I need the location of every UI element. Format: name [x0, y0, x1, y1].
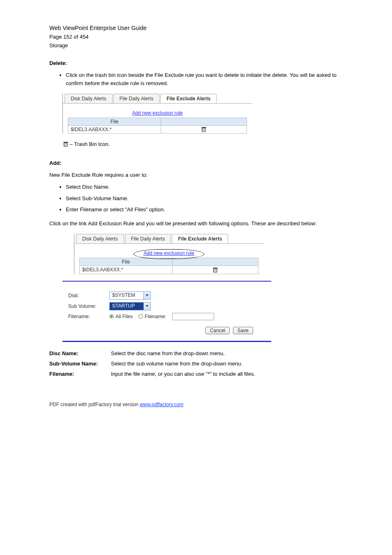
figure-exclude-tab: Disk Daily Alerts File Daily Alerts File… [62, 94, 351, 134]
opt-filename-label: Filename: [49, 371, 111, 377]
opt-disc-name-desc: Select the disc name from the drop-down … [111, 350, 225, 356]
add-step-3: Enter Filename or select "All Files" opt… [66, 206, 351, 214]
delete-heading: Delete: [49, 60, 351, 66]
table-header-file: File [68, 118, 161, 126]
pdf-factory-link[interactable]: www.pdffactory.com [140, 402, 183, 407]
trash-icon[interactable] [201, 127, 206, 132]
filename-input[interactable] [172, 313, 214, 320]
opt-disc-name-label: Disc Name: [49, 350, 111, 356]
cancel-button[interactable]: Cancel [205, 327, 230, 334]
radio-filename[interactable]: Filename: [138, 314, 166, 319]
subvolume-select[interactable]: STARTUP [109, 302, 151, 310]
filename-label: Filename: [68, 314, 109, 319]
save-button[interactable]: Save [233, 327, 253, 334]
exclude-rule-value: $IDEL3.AABXXX.* [80, 266, 173, 274]
exclude-rule-value: $IDEL3.AABXXX.* [68, 126, 161, 134]
doc-title: Web ViewPoint Enterprise User Guide [49, 25, 351, 31]
link-add-exclusion-rule[interactable]: Add new exclusion rule [132, 110, 182, 116]
page-number: Page 152 of 454 [49, 34, 351, 40]
trash-icon[interactable] [213, 268, 218, 273]
add-click-link: Click on the link Add Exclusion Rule and… [49, 220, 351, 228]
add-intro: New File Exclude Rule requires a user to… [49, 171, 351, 179]
link-add-exclusion-rule[interactable]: Add new exclusion rule [143, 250, 194, 256]
chevron-down-icon [143, 292, 150, 299]
add-heading: Add: [49, 160, 351, 166]
add-rule-dialog: Disk: $SYSTEM Sub Volume: STARTUP Filena… [62, 281, 271, 342]
tab-file-daily-alerts[interactable]: File Daily Alerts [125, 234, 171, 243]
figure-exclude-tab-2: Disk Daily Alerts File Daily Alerts File… [74, 234, 351, 274]
tab-file-exclude-alerts[interactable]: File Exclude Alerts [160, 94, 217, 103]
table-header-file: File [80, 258, 173, 266]
add-step-1: Select Disc Name. [66, 183, 351, 191]
pdf-factory-note: PDF created with pdfFactory trial versio… [49, 402, 183, 407]
delete-step: Click on the trash bin icon beside the F… [66, 71, 351, 87]
chevron-down-icon [143, 303, 150, 310]
tab-file-exclude-alerts[interactable]: File Exclude Alerts [172, 234, 228, 243]
tab-disk-daily-alerts[interactable]: Disk Daily Alerts [65, 94, 113, 103]
trash-bin-reference: – Trash Bin Icon. [63, 140, 351, 148]
add-step-2: Select Sub-Volume Name. [66, 194, 351, 203]
tab-disk-daily-alerts[interactable]: Disk Daily Alerts [76, 234, 124, 243]
radio-all-files[interactable]: All Files [109, 314, 133, 319]
tab-file-daily-alerts[interactable]: File Daily Alerts [113, 94, 160, 103]
section-name: Storage [49, 42, 351, 49]
trash-icon [63, 142, 68, 147]
opt-subvol-name-label: Sub-Volume Name: [49, 361, 111, 367]
disk-select[interactable]: $SYSTEM [109, 291, 151, 300]
disk-label: Disk: [68, 293, 109, 298]
opt-filename-desc: Input the file name, or you can also use… [111, 371, 255, 377]
subvolume-label: Sub Volume: [68, 303, 109, 309]
opt-subvol-name-desc: Select the sub volume name from the drop… [111, 361, 242, 367]
